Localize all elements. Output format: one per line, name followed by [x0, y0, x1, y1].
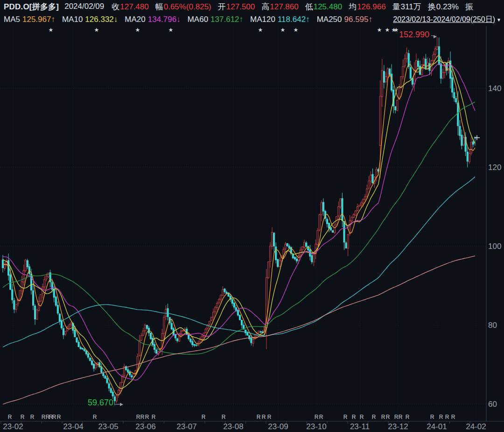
x-axis-label: 23-08 [223, 422, 243, 431]
y-axis-label: 120 [488, 163, 501, 172]
quote-field-high: 高127.860 [261, 1, 298, 12]
dividend-r-marker: R [445, 414, 449, 420]
x-axis-label: 23-12 [388, 422, 408, 431]
dividend-r-marker: R [8, 414, 12, 420]
event-star-icon: ★ [168, 27, 174, 33]
quote-field-amplitude: 振 [465, 1, 474, 12]
trend-down-icon: ↓ [176, 15, 181, 24]
dividend-r-marker: R [343, 414, 348, 420]
ma60-legend: MA60137.612↑ [188, 15, 243, 24]
dividend-r-marker: R [399, 414, 403, 420]
x-axis-label: 23-10 [306, 422, 326, 431]
y-axis-label: 140 [488, 84, 501, 93]
trend-down-icon: ↓ [114, 15, 118, 24]
dividend-r-marker: R [93, 414, 97, 420]
x-axis-label: 23-09 [268, 422, 288, 431]
ma120-legend: MA120118.642↑ [250, 15, 310, 24]
dividend-r-marker: R [222, 414, 226, 420]
quote-date: 2024/02/09 [64, 2, 104, 11]
dividend-r-marker: R [381, 414, 385, 420]
x-axis-label: 23-06 [135, 422, 155, 431]
ma-legend-bar: MA5125.967↑ MA10126.332↓ MA20134.796↓ MA… [0, 13, 504, 26]
x-axis-label: 24-01 [427, 422, 447, 431]
event-star-icon: ★ [377, 27, 382, 33]
trend-up-icon: ↑ [369, 15, 373, 24]
event-star-icon: ★ [394, 27, 399, 33]
x-axis-label: 24-02 [466, 422, 486, 431]
dividend-r-marker: R [42, 414, 46, 420]
date-range-label: 2023/02/13-2024/02/09(250日) [393, 15, 495, 25]
candlestick-chart[interactable]: 140120100806023-0223-0423-0523-0623-0723… [0, 0, 504, 432]
quote-field-change: 幅0.65%(0.825) [155, 1, 211, 12]
dividend-r-marker: R [140, 414, 145, 420]
event-star-icon: ★ [94, 27, 99, 33]
trend-up-icon: ↑ [239, 15, 244, 24]
event-star-icon: ★ [280, 27, 286, 33]
dividend-r-marker: R [406, 414, 410, 420]
event-star-icon: ★ [294, 27, 299, 33]
dividend-r-marker: R [152, 414, 156, 420]
dividend-r-marker: R [352, 414, 356, 420]
quote-field-close: 收127.480 [112, 1, 148, 12]
event-star-icon: ★ [49, 27, 54, 33]
quote-field-turnover: 换0.23% [428, 1, 459, 12]
dividend-r-marker: R [430, 414, 434, 420]
dividend-r-marker: R [257, 414, 261, 420]
y-axis-label: 60 [488, 400, 497, 409]
x-axis-label: 23-11 [350, 422, 370, 431]
dividend-r-marker: R [57, 414, 61, 420]
dividend-r-marker: R [315, 414, 319, 420]
dividend-r-marker: R [319, 414, 323, 420]
x-axis-label: 23-07 [176, 422, 196, 431]
quote-header: PDD.O[拼多多] 2024/02/09 收127.480 幅0.65%(0.… [0, 0, 504, 13]
event-star-icon: ★ [135, 27, 140, 33]
dividend-r-marker: R [202, 414, 206, 420]
dividend-r-marker: R [372, 414, 376, 420]
x-axis-label: 23-05 [98, 422, 118, 431]
dividend-r-marker: R [451, 414, 455, 420]
high-price-annotation: 152.990 [399, 30, 429, 39]
dropdown-arrow-icon: ▼ [497, 17, 501, 22]
quote-field-avg: 均126.966 [349, 1, 385, 12]
dividend-r-marker: R [267, 414, 272, 420]
quote-field-open: 开127.500 [218, 1, 255, 12]
dividend-r-marker: R [30, 414, 35, 420]
ma5-legend: MA5125.967↑ [4, 15, 55, 24]
symbol-name: PDD.O[拼多多] [4, 1, 59, 12]
x-axis-label: 23-04 [63, 422, 83, 431]
dividend-r-marker: R [262, 414, 266, 420]
ma20-legend: MA20134.796↓ [125, 15, 180, 24]
trend-up-icon: ↑ [51, 15, 55, 24]
dividend-r-marker: R [52, 414, 56, 420]
dividend-r-marker: R [21, 414, 25, 420]
ma10-legend: MA10126.332↓ [62, 15, 118, 24]
dividend-r-marker: R [386, 414, 390, 420]
event-star-icon: ★ [385, 27, 390, 33]
dividend-r-marker: R [439, 414, 443, 420]
ma250-legend: MA25096.595↑ [317, 15, 372, 24]
y-axis-label: 100 [488, 242, 501, 251]
date-range-selector[interactable]: 2023/02/13-2024/02/09(250日) ▼ [393, 15, 501, 25]
dividend-r-marker: R [136, 414, 140, 420]
trend-up-icon: ↑ [306, 15, 310, 24]
low-price-annotation: 59.670 [88, 398, 113, 407]
event-star-icon: ★ [258, 27, 263, 33]
dividend-r-marker: R [394, 414, 399, 420]
x-axis-label: 23-02 [3, 422, 23, 431]
dividend-r-marker: R [145, 414, 149, 420]
y-axis-label: 80 [488, 321, 497, 330]
quote-field-low: 低125.480 [305, 1, 342, 12]
quote-field-volume: 量311万 [392, 1, 421, 12]
dividend-r-marker: R [360, 414, 364, 420]
